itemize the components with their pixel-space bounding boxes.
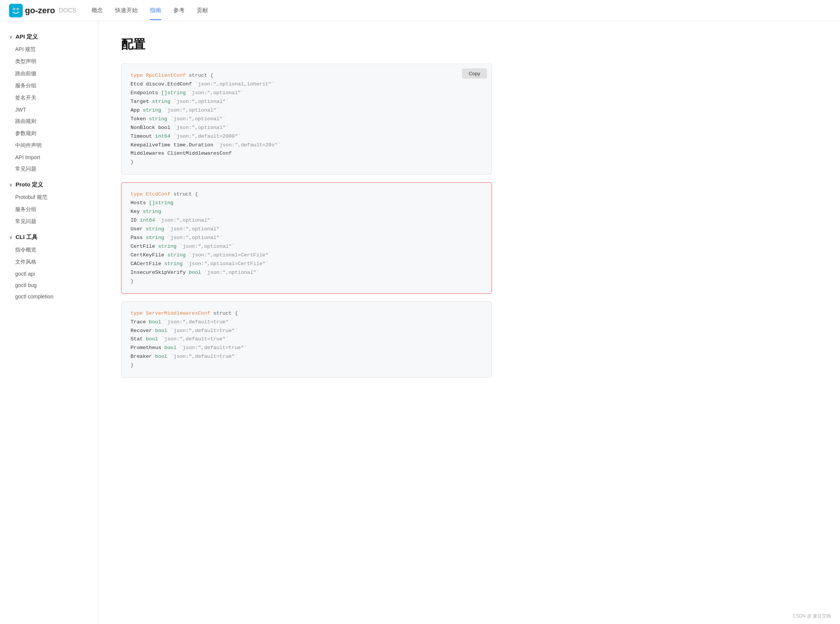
nav-link[interactable]: 快速开始 — [115, 7, 138, 13]
code-token: discov.EtcdConf — [146, 81, 192, 87]
sidebar: ∨API 定义API 规范类型声明路由前缀服务分组签名开关JWT路由规则参数规则… — [0, 21, 98, 624]
code-line: Recover bool `json:",default=true"` — [131, 327, 482, 335]
copy-button[interactable]: Copy — [462, 68, 487, 79]
logo[interactable]: go-zero DOCS — [9, 4, 76, 17]
code-token: `json:",default=true"` — [167, 354, 238, 359]
code-token: string — [149, 116, 168, 122]
code-token: `json:",optional"` — [177, 244, 235, 249]
code-token: `json:",optional"` — [164, 235, 222, 241]
code-token: Target — [131, 99, 152, 104]
code-token: KeepaliveTime — [131, 142, 173, 148]
code-token: struct { — [173, 191, 198, 197]
code-token: `json:",optional"` — [167, 116, 226, 122]
code-token: []string — [149, 200, 174, 206]
sidebar-item[interactable]: 服务分组 — [0, 203, 98, 216]
chevron-down-icon: ∨ — [9, 182, 12, 188]
sidebar-item[interactable]: 签名开关 — [0, 92, 98, 104]
sidebar-section-header[interactable]: ∨Proto 定义 — [0, 178, 98, 191]
code-line: Token string `json:",optional"` — [131, 115, 482, 124]
code-token: string — [167, 252, 186, 258]
code-line: Timeout int64 `json:",default=2000"` — [131, 132, 482, 141]
svg-point-4 — [17, 8, 19, 9]
sidebar-item[interactable]: 常见问题 — [0, 216, 98, 228]
code-line: ID int64 `json:",optional"` — [131, 216, 482, 225]
sidebar-section-header[interactable]: ∨API 定义 — [0, 30, 98, 43]
sidebar-item[interactable]: API 规范 — [0, 43, 98, 56]
code-line: Stat bool `json:",default=true"` — [131, 335, 482, 344]
code-token: Trace — [131, 319, 149, 325]
code-token: `json:",optional"` — [170, 99, 229, 104]
code-token: string — [143, 209, 161, 214]
sidebar-item[interactable]: 路由前缀 — [0, 68, 98, 80]
code-line: type EtcdConf struct { — [131, 190, 482, 199]
sidebar-item[interactable]: 文件风格 — [0, 256, 98, 268]
code-line: Hosts []string — [131, 199, 482, 208]
code-token: CertKeyFile — [131, 252, 167, 258]
sidebar-item[interactable]: API Import — [0, 152, 98, 163]
code-token: type — [131, 73, 146, 78]
code-token: int64 — [140, 217, 155, 223]
sidebar-item[interactable]: goctl api — [0, 268, 98, 279]
code-token: `json:",optional"` — [201, 270, 259, 275]
code-token: `json:",default=true"` — [167, 328, 238, 334]
sidebar-item[interactable]: goctl bug — [0, 279, 98, 291]
sidebar-item[interactable]: 参数规则 — [0, 127, 98, 140]
code-line: Target string `json:",optional"` — [131, 98, 482, 106]
nav-link[interactable]: 指南 — [150, 7, 161, 20]
code-line: } — [131, 361, 482, 370]
sidebar-item[interactable]: 路由规则 — [0, 115, 98, 127]
code-token: []string — [161, 90, 186, 96]
code-token: Stat — [131, 336, 146, 342]
code-token: CertFile — [131, 244, 158, 249]
logo-docs: DOCS — [59, 7, 76, 14]
code-token: `json:",default=20s"` — [213, 142, 281, 148]
sidebar-item[interactable]: Protobuf 规范 — [0, 191, 98, 203]
code-line: Endpoints []string `json:",optional"` — [131, 89, 482, 98]
code-token: Key — [131, 209, 143, 214]
page-title: 配置 — [121, 36, 492, 53]
code-line: KeepaliveTime time.Duration `json:",defa… — [131, 141, 482, 150]
sidebar-item[interactable]: 常见问题 — [0, 163, 98, 175]
sidebar-item[interactable]: 指令概览 — [0, 244, 98, 256]
sidebar-section-title: CLI 工具 — [16, 234, 37, 241]
code-line: Breaker bool `json:",default=true"` — [131, 352, 482, 361]
nav-link[interactable]: 贡献 — [197, 7, 208, 13]
code-token: ServerMiddlewaresConf — [146, 310, 213, 316]
sidebar-item[interactable]: JWT — [0, 104, 98, 115]
sidebar-section: ∨CLI 工具指令概览文件风格goctl apigoctl buggoctl c… — [0, 231, 98, 302]
sidebar-section-title: API 定义 — [16, 33, 38, 40]
code-token: string — [164, 261, 183, 267]
code-token: Prometheus — [131, 345, 164, 351]
code-token: string — [146, 235, 165, 241]
code-line: User string `json:",optional"` — [131, 225, 482, 234]
code-token: `json:",default=true"` — [161, 319, 232, 325]
nav-link[interactable]: 参考 — [173, 7, 185, 13]
sidebar-section-title: Proto 定义 — [16, 181, 43, 188]
sidebar-item[interactable]: 服务分组 — [0, 80, 98, 92]
code-block-3: type ServerMiddlewaresConf struct { Trac… — [121, 301, 492, 378]
sidebar-item[interactable]: goctl completion — [0, 291, 98, 302]
code-line: } — [131, 158, 482, 167]
nav-item[interactable]: 贡献 — [197, 7, 208, 14]
code-token: } — [131, 362, 134, 368]
code-token: CACertFile — [131, 261, 164, 267]
nav-item[interactable]: 参考 — [173, 7, 185, 14]
nav-item[interactable]: 指南 — [150, 7, 161, 14]
nav-item[interactable]: 概念 — [92, 7, 103, 14]
sidebar-section-header[interactable]: ∨CLI 工具 — [0, 231, 98, 244]
sidebar-item[interactable]: 类型声明 — [0, 56, 98, 68]
code-token: Hosts — [131, 200, 149, 206]
top-navigation: go-zero DOCS 概念快速开始指南参考贡献 — [0, 0, 840, 21]
code-block-1: Copy type RpcClientConf struct { Etcd di… — [121, 64, 492, 175]
code-block-2: type EtcdConf struct { Hosts []string Ke… — [121, 182, 492, 293]
logo-text: go-zero — [25, 6, 55, 16]
code-line: Key string — [131, 208, 482, 216]
nav-item[interactable]: 快速开始 — [115, 7, 138, 14]
code-token: } — [131, 159, 134, 165]
code-token: ID — [131, 217, 140, 223]
code-token: User — [131, 226, 146, 232]
nav-link[interactable]: 概念 — [92, 7, 103, 13]
code-token: `json:",optional"` — [186, 90, 244, 96]
sidebar-item[interactable]: 中间件声明 — [0, 140, 98, 152]
logo-icon — [9, 4, 23, 17]
